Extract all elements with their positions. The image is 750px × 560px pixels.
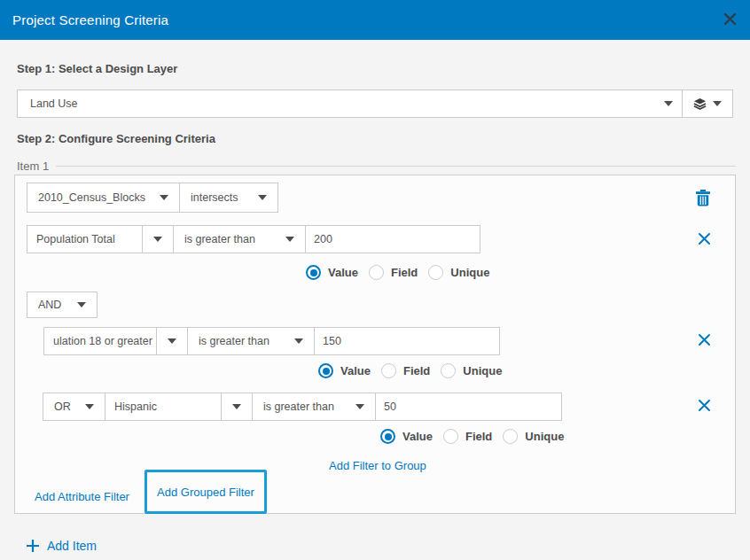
add-item-label: Add Item <box>47 539 97 553</box>
spatial-operator-value: intersects <box>191 191 238 204</box>
chevron-down-icon <box>77 302 86 307</box>
operator-select[interactable]: is greater than <box>187 327 315 355</box>
group-operator-select[interactable]: AND <box>27 292 98 318</box>
design-layer-select[interactable]: Land Use <box>17 89 733 118</box>
radio-field[interactable] <box>443 429 458 444</box>
logic-operator-select[interactable]: OR <box>43 393 105 421</box>
add-attribute-filter-link[interactable]: Add Attribute Filter <box>35 490 129 503</box>
step1-heading: Step 1: Select a Design Layer <box>17 62 177 75</box>
spatial-operator-select[interactable]: intersects <box>179 183 278 213</box>
radio-unique[interactable] <box>441 363 456 378</box>
radio-field[interactable] <box>369 265 384 280</box>
trash-icon <box>696 190 710 206</box>
value-type-radios: Value Field Unique <box>306 265 489 280</box>
radio-value[interactable] <box>318 363 333 378</box>
layers-icon <box>693 97 707 111</box>
value-input[interactable] <box>314 327 500 355</box>
item-label: Item 1 <box>17 159 49 173</box>
radio-field-label: Field <box>403 364 430 377</box>
logic-operator-value: OR <box>54 401 71 413</box>
value-type-radios: Value Field Unique <box>380 429 564 444</box>
radio-field[interactable] <box>381 363 396 378</box>
chevron-down-icon <box>143 226 173 253</box>
design-layer-value: Land Use <box>30 97 78 110</box>
field-value: Population Total <box>27 226 142 253</box>
focus-outline: Add Grouped Filter <box>145 470 267 514</box>
chevron-down-icon <box>160 195 168 200</box>
radio-value-label: Value <box>402 430 433 443</box>
radio-value[interactable] <box>306 265 321 280</box>
grouped-filter-row: ulation 18 or greater is greater than <box>43 327 500 355</box>
spatial-filter-row: 2010_Census_Blocks intersects <box>27 183 278 213</box>
chevron-down-icon <box>713 101 722 106</box>
radio-unique[interactable] <box>503 429 518 444</box>
close-icon[interactable] <box>723 12 738 27</box>
remove-filter-button[interactable] <box>698 399 711 412</box>
radio-unique[interactable] <box>428 265 443 280</box>
value-input[interactable] <box>375 393 562 421</box>
design-layer-select-main[interactable]: Land Use <box>18 90 683 117</box>
delete-item-button[interactable] <box>695 189 711 206</box>
field-combobox[interactable]: Population Total <box>27 225 174 253</box>
step2-heading: Step 2: Configure Screening Criteria <box>17 132 215 145</box>
add-filter-to-group-link[interactable]: Add Filter to Group <box>329 459 426 472</box>
dialog-title: Project Screening Criteria <box>12 12 168 27</box>
chevron-down-icon <box>157 328 187 354</box>
attribute-filter-row: Population Total is greater than <box>27 225 480 253</box>
value-input[interactable] <box>305 225 480 253</box>
x-icon <box>698 232 711 245</box>
operator-select[interactable]: is greater than <box>252 393 376 421</box>
operator-value: is greater than <box>263 401 334 413</box>
x-icon <box>698 399 711 412</box>
radio-field-label: Field <box>465 430 492 443</box>
chevron-down-icon <box>258 195 267 200</box>
field-value: ulation 18 or greater <box>44 328 156 354</box>
operator-select[interactable]: is greater than <box>173 225 306 253</box>
radio-unique-label: Unique <box>450 266 489 279</box>
group-operator-value: AND <box>38 299 61 311</box>
x-icon <box>698 333 711 346</box>
radio-field-label: Field <box>391 266 418 279</box>
chevron-down-icon <box>355 404 364 409</box>
operator-value: is greater than <box>199 335 270 347</box>
radio-unique-label: Unique <box>463 364 502 377</box>
spatial-layer-value: 2010_Census_Blocks <box>38 191 145 204</box>
field-combobox[interactable]: Hispanic <box>105 393 253 421</box>
field-combobox[interactable]: ulation 18 or greater <box>43 327 188 355</box>
remove-filter-button[interactable] <box>698 232 711 245</box>
remove-filter-button[interactable] <box>698 333 711 346</box>
spatial-layer-select[interactable]: 2010_Census_Blocks <box>27 183 180 213</box>
radio-value[interactable] <box>380 429 395 444</box>
dialog-header: Project Screening Criteria <box>0 0 750 40</box>
group-operator-row: AND <box>27 292 98 318</box>
operator-value: is greater than <box>184 233 255 245</box>
radio-value-label: Value <box>340 364 371 377</box>
grouped-filter-row: OR Hispanic is greater than <box>43 393 562 421</box>
radio-unique-label: Unique <box>525 430 564 443</box>
chevron-down-icon <box>85 404 94 409</box>
value-type-radios: Value Field Unique <box>318 363 502 378</box>
chevron-down-icon <box>294 338 303 344</box>
plus-icon <box>26 539 40 553</box>
radio-value-label: Value <box>328 266 358 279</box>
field-value: Hispanic <box>105 393 221 420</box>
item-header: Item 1 <box>17 159 736 173</box>
chevron-down-icon <box>664 101 673 106</box>
layer-options-button[interactable] <box>683 90 732 117</box>
chevron-down-icon <box>222 393 252 420</box>
chevron-down-icon <box>285 237 294 242</box>
item-panel: 2010_Census_Blocks intersects Population… <box>14 175 736 514</box>
add-grouped-filter-link[interactable]: Add Grouped Filter <box>157 486 254 499</box>
add-item-button[interactable]: Add Item <box>26 539 97 553</box>
item-rule <box>56 166 736 167</box>
